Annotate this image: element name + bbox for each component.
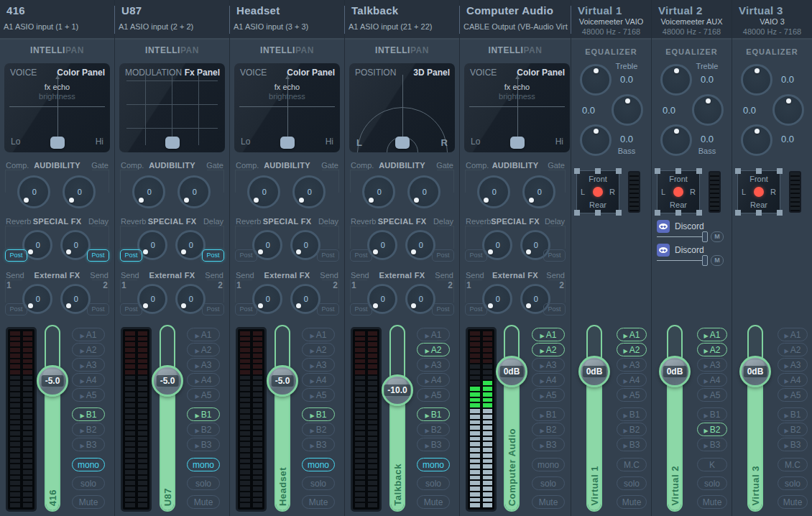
intellipan-pad[interactable]: POSITION 3D Panel POSITION 3D Panel POSI… bbox=[349, 63, 455, 152]
bus-b2-button[interactable]: B2 bbox=[697, 423, 727, 436]
strip-title[interactable]: Talkback bbox=[351, 4, 399, 17]
mono-button[interactable]: mono bbox=[417, 458, 450, 471]
reverb-post-button[interactable]: Post bbox=[350, 249, 372, 262]
intellipan-pad[interactable]: VOICE Color Panel fx echo brightness Lo … bbox=[234, 63, 340, 152]
send2-post-button[interactable]: Post bbox=[543, 303, 566, 315]
mid-knob[interactable] bbox=[772, 94, 804, 126]
bus-a1-button[interactable]: A1 bbox=[532, 328, 565, 341]
gate-knob[interactable]: 0 bbox=[407, 175, 440, 208]
app-volume-handle[interactable] bbox=[702, 255, 708, 266]
bus-a4-button[interactable]: A4 bbox=[697, 373, 727, 387]
bus-b2-button[interactable]: B2 bbox=[187, 423, 220, 436]
fader-track[interactable]: Virtual 3 bbox=[747, 325, 763, 512]
pad-handle[interactable] bbox=[50, 137, 65, 149]
reverb-post-button[interactable]: Post bbox=[235, 249, 257, 262]
mono-button[interactable]: mono bbox=[532, 458, 565, 471]
strip-device-name[interactable]: Voicemeeter AUX bbox=[652, 17, 732, 26]
bus-a2-button[interactable]: A2 bbox=[302, 343, 335, 356]
bus-a3-button[interactable]: A3 bbox=[532, 358, 565, 372]
delay-knob[interactable]: 0 bbox=[290, 230, 320, 260]
bus-a2-button[interactable]: A2 bbox=[532, 343, 565, 356]
mono-button[interactable]: mono bbox=[72, 458, 105, 471]
comp-knob[interactable]: 0 bbox=[362, 175, 395, 208]
strip-title[interactable]: Computer Audio bbox=[466, 4, 553, 17]
app-mute-button[interactable]: M bbox=[711, 255, 724, 266]
pad-mode-label[interactable]: VOICE bbox=[470, 68, 497, 78]
bus-a1-button[interactable]: A1 bbox=[302, 328, 335, 341]
reverb-post-button[interactable]: Post bbox=[120, 249, 142, 262]
surround-pad[interactable]: Front Rear L R bbox=[576, 170, 619, 213]
bus-b1-button[interactable]: B1 bbox=[617, 407, 647, 421]
fader-knob[interactable]: 0dB bbox=[659, 356, 691, 387]
strip-title[interactable]: Headset bbox=[236, 4, 280, 17]
surround-pad[interactable]: Front Rear L R bbox=[657, 170, 700, 213]
treble-knob[interactable] bbox=[741, 64, 772, 96]
send2-post-button[interactable]: Post bbox=[202, 303, 224, 315]
mid-knob[interactable] bbox=[692, 94, 724, 126]
bus-a2-button[interactable]: A2 bbox=[617, 343, 647, 356]
pad-handle[interactable] bbox=[395, 137, 410, 149]
gate-knob[interactable]: 0 bbox=[63, 175, 96, 208]
fader-track[interactable]: 416 bbox=[45, 325, 60, 512]
pad-panel-switch[interactable]: Color Panel bbox=[57, 68, 105, 78]
pad-handle[interactable] bbox=[165, 137, 180, 149]
fader-track[interactable]: Virtual 1 bbox=[586, 325, 602, 512]
bus-b1-button[interactable]: B1 bbox=[417, 407, 450, 421]
bus-b1-button[interactable]: B1 bbox=[72, 407, 105, 421]
external-send2-knob[interactable]: 0 bbox=[60, 284, 91, 314]
bus-a5-button[interactable]: A5 bbox=[417, 388, 450, 402]
comp-knob[interactable]: 0 bbox=[132, 175, 165, 208]
send1-post-button[interactable]: Post bbox=[120, 303, 142, 315]
mute-button[interactable]: Mute bbox=[72, 495, 105, 509]
fader-knob[interactable]: -5.0 bbox=[267, 365, 298, 397]
bus-b1-button[interactable]: B1 bbox=[187, 407, 220, 421]
bus-a3-button[interactable]: A3 bbox=[187, 358, 220, 372]
mute-button[interactable]: Mute bbox=[302, 495, 335, 509]
bus-b1-button[interactable]: B1 bbox=[778, 407, 808, 421]
bus-b2-button[interactable]: B2 bbox=[302, 423, 335, 436]
mono-button[interactable]: mono bbox=[302, 458, 335, 471]
bus-b2-button[interactable]: B2 bbox=[417, 423, 450, 436]
gate-knob[interactable]: 0 bbox=[522, 175, 555, 208]
solo-button[interactable]: solo bbox=[72, 476, 105, 490]
bus-a4-button[interactable]: A4 bbox=[617, 373, 647, 387]
intellipan-pad[interactable]: VOICE Color Panel fx echo brightness Lo … bbox=[4, 63, 110, 152]
pad-panel-switch[interactable]: Fx Panel bbox=[185, 68, 220, 78]
mute-button[interactable]: Mute bbox=[532, 495, 565, 509]
send1-post-button[interactable]: Post bbox=[235, 303, 257, 315]
bass-knob[interactable] bbox=[741, 124, 772, 156]
delay-post-button[interactable]: Post bbox=[317, 249, 339, 262]
pad-panel-switch[interactable]: 3D Panel bbox=[413, 68, 450, 78]
gate-knob[interactable]: 0 bbox=[177, 175, 211, 208]
bus-a4-button[interactable]: A4 bbox=[302, 373, 335, 387]
bass-knob[interactable] bbox=[660, 124, 692, 156]
mc-button[interactable]: M.C bbox=[778, 458, 808, 471]
fader-track[interactable]: Virtual 2 bbox=[667, 325, 683, 512]
bus-a5-button[interactable]: A5 bbox=[697, 388, 727, 402]
strip-title[interactable]: U87 bbox=[121, 4, 142, 17]
send1-post-button[interactable]: Post bbox=[350, 303, 372, 315]
treble-knob[interactable] bbox=[580, 64, 612, 96]
bus-a3-button[interactable]: A3 bbox=[302, 358, 335, 372]
delay-post-button[interactable]: Post bbox=[87, 249, 109, 262]
strip-title[interactable]: Virtual 2 bbox=[658, 4, 703, 17]
delay-knob[interactable]: 0 bbox=[175, 230, 206, 260]
bus-a3-button[interactable]: A3 bbox=[778, 358, 808, 372]
bus-a4-button[interactable]: A4 bbox=[532, 373, 565, 387]
pad-mode-label[interactable]: VOICE bbox=[240, 68, 267, 78]
mono-button[interactable]: mono bbox=[187, 458, 220, 471]
bus-b2-button[interactable]: B2 bbox=[72, 423, 105, 436]
fader-knob[interactable]: 0dB bbox=[739, 356, 771, 387]
mute-button[interactable]: Mute bbox=[697, 495, 727, 509]
external-send2-knob[interactable]: 0 bbox=[175, 284, 206, 314]
bus-b3-button[interactable]: B3 bbox=[778, 438, 808, 451]
fader-knob[interactable]: -5.0 bbox=[37, 365, 68, 397]
bus-a3-button[interactable]: A3 bbox=[617, 358, 647, 372]
pad-handle[interactable] bbox=[510, 137, 525, 149]
bus-b2-button[interactable]: B2 bbox=[778, 423, 808, 436]
delay-post-button[interactable]: Post bbox=[543, 249, 566, 262]
bus-a4-button[interactable]: A4 bbox=[72, 373, 105, 387]
bus-b2-button[interactable]: B2 bbox=[532, 423, 565, 436]
bus-a2-button[interactable]: A2 bbox=[72, 343, 105, 356]
bus-a3-button[interactable]: A3 bbox=[72, 358, 105, 372]
